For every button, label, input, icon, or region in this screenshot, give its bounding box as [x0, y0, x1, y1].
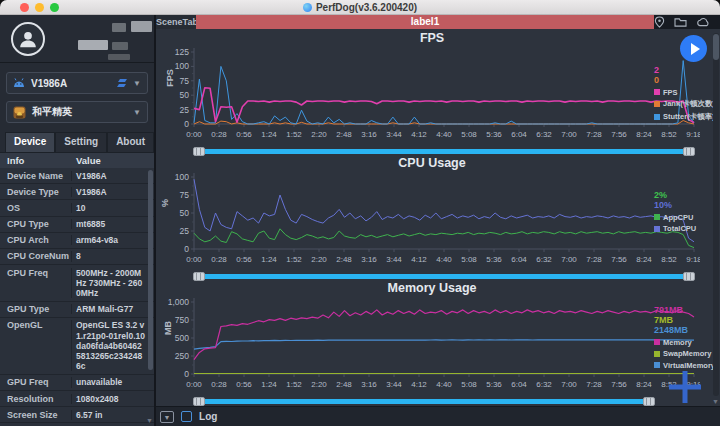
x-tick-label: 2:20	[311, 130, 327, 139]
cloud-icon[interactable]	[696, 17, 710, 27]
series-line-TotalCPU	[194, 179, 694, 242]
device-selector[interactable]: V1986A ▼	[6, 72, 148, 94]
legend-item[interactable]: Jank(卡顿次数)	[654, 99, 715, 109]
x-tick-label: 6:04	[511, 255, 527, 264]
charts-panel: FPS FPS 02550751001250:000:280:561:241:5…	[156, 29, 720, 406]
x-tick-label: 8:52	[661, 255, 677, 264]
x-tick-label: 7:28	[586, 130, 602, 139]
legend-swatch-icon	[654, 362, 660, 368]
app-selector[interactable]: 和平精英 ▼	[6, 101, 148, 123]
game-app-icon	[13, 106, 26, 119]
slider-handle-right[interactable]	[683, 147, 695, 156]
cpu-chart: CPU Usage % 02550751000:000:280:561:241:…	[164, 156, 720, 281]
slider-handle-right[interactable]	[683, 272, 695, 281]
info-value: 6.57 in	[72, 410, 146, 420]
x-tick-label: 1:52	[286, 130, 302, 139]
charts-scrollbar-thumb[interactable]	[713, 34, 719, 60]
scroll-down-caret-icon[interactable]: ▼	[712, 398, 719, 405]
x-tick-label: 0:00	[186, 255, 202, 264]
series-current-value: 2	[654, 65, 715, 75]
x-tick-label: 0:56	[236, 255, 252, 264]
slider-handle-left[interactable]	[193, 272, 205, 281]
add-chart-plus-icon[interactable]	[666, 368, 704, 406]
slider-handle-right[interactable]	[643, 397, 655, 406]
scene-label-badge[interactable]: label1	[196, 15, 654, 29]
memory-range-slider[interactable]	[194, 397, 654, 406]
sidebar-scrollbar[interactable]	[148, 170, 153, 370]
log-checkbox[interactable]	[181, 411, 192, 422]
x-tick-label: 0:00	[186, 380, 202, 389]
x-tick-label: 0:28	[211, 130, 227, 139]
info-value: 500MHz - 2000MHz 730MHz - 2600MHz	[72, 268, 146, 299]
y-tick-label: 75	[180, 190, 190, 200]
chevron-down-icon: ▼	[133, 79, 141, 88]
y-tick-label: 25	[180, 226, 190, 236]
x-tick-label: 5:08	[461, 130, 477, 139]
x-tick-label: 1:24	[261, 130, 277, 139]
slider-handle-left[interactable]	[193, 147, 205, 156]
legend-item[interactable]: TotalCPU	[654, 224, 696, 233]
window-title-text: PerfDog(v3.6.200420)	[316, 2, 417, 13]
legend-item[interactable]: FPS	[654, 88, 715, 97]
info-row: GPU Frequnavailable	[0, 375, 154, 391]
connection-mode-icon[interactable]	[116, 78, 129, 89]
series-current-value: 2148MB	[654, 325, 715, 335]
panel-expander-icon[interactable]: ▼	[160, 411, 174, 423]
scroll-down-caret-icon[interactable]: ▼	[146, 417, 153, 424]
legend-swatch-icon	[654, 351, 660, 357]
x-tick-label: 7:00	[561, 130, 577, 139]
avatar[interactable]	[11, 22, 45, 56]
legend-item[interactable]: AppCPU	[654, 213, 696, 222]
series-current-value: 10%	[654, 200, 696, 210]
scene-tab[interactable]: SceneTab	[156, 15, 196, 29]
x-tick-label: 1:24	[261, 380, 277, 389]
legend-item[interactable]: SwapMemory	[654, 349, 715, 358]
x-tick-label: 4:40	[436, 380, 452, 389]
y-tick-label: 0	[184, 119, 189, 129]
info-label: GPU Type	[0, 304, 72, 314]
fps-range-slider[interactable]	[194, 147, 694, 156]
info-label: Device Type	[0, 187, 72, 197]
location-icon[interactable]	[654, 16, 665, 28]
info-value: mt6885	[72, 219, 146, 229]
y-tick-label: 50	[180, 90, 190, 100]
legend-item[interactable]: Memory	[654, 338, 715, 347]
fps-plot: 02550751001250:000:280:561:241:522:202:4…	[164, 46, 700, 142]
slider-track[interactable]	[194, 149, 694, 154]
series-current-value: 0	[654, 75, 715, 85]
x-tick-label: 5:08	[461, 255, 477, 264]
x-tick-label: 6:32	[536, 130, 552, 139]
info-value: OpenGL ES 3.2 v1.r21p0-01rel0.10da06fda4…	[72, 320, 146, 371]
y-axis-unit: FPS	[165, 69, 175, 87]
x-tick-label: 1:24	[261, 255, 277, 264]
cpu-range-slider[interactable]	[194, 272, 694, 281]
content-area: SceneTab label1	[156, 15, 720, 426]
legend-item[interactable]: Stutter(卡顿率)	[654, 112, 715, 122]
legend-label: Jank(卡顿次数)	[663, 99, 715, 109]
legend-label: SwapMemory	[663, 349, 711, 358]
slider-track[interactable]	[194, 399, 654, 404]
folder-icon[interactable]	[674, 17, 687, 28]
cpu-plot: 02550751000:000:280:561:241:522:202:483:…	[164, 171, 700, 267]
legend-label: FPS	[663, 88, 678, 97]
play-button[interactable]	[680, 35, 707, 62]
tab-setting[interactable]: Setting	[55, 132, 107, 152]
series-line-FPS	[194, 88, 694, 123]
tab-device[interactable]: Device	[5, 132, 55, 152]
perfdog-window: PerfDog(v3.6.200420)	[0, 0, 720, 426]
y-tick-label: 0	[184, 369, 189, 379]
legend-swatch-icon	[654, 114, 660, 120]
tab-about[interactable]: About	[107, 132, 154, 152]
slider-handle-left[interactable]	[193, 397, 205, 406]
x-tick-label: 2:48	[336, 130, 352, 139]
info-row: CPU Archarm64-v8a	[0, 233, 154, 249]
info-value: ARM Mali-G77	[72, 304, 146, 314]
info-value: 8	[72, 251, 146, 261]
x-tick-label: 8:52	[661, 130, 677, 139]
redacted-text	[78, 40, 108, 50]
info-label: OS	[0, 203, 72, 213]
x-tick-label: 4:12	[411, 130, 427, 139]
slider-track[interactable]	[194, 274, 694, 279]
info-row: Screen Size6.57 in	[0, 407, 154, 423]
charts-scrollbar[interactable]	[713, 33, 719, 396]
